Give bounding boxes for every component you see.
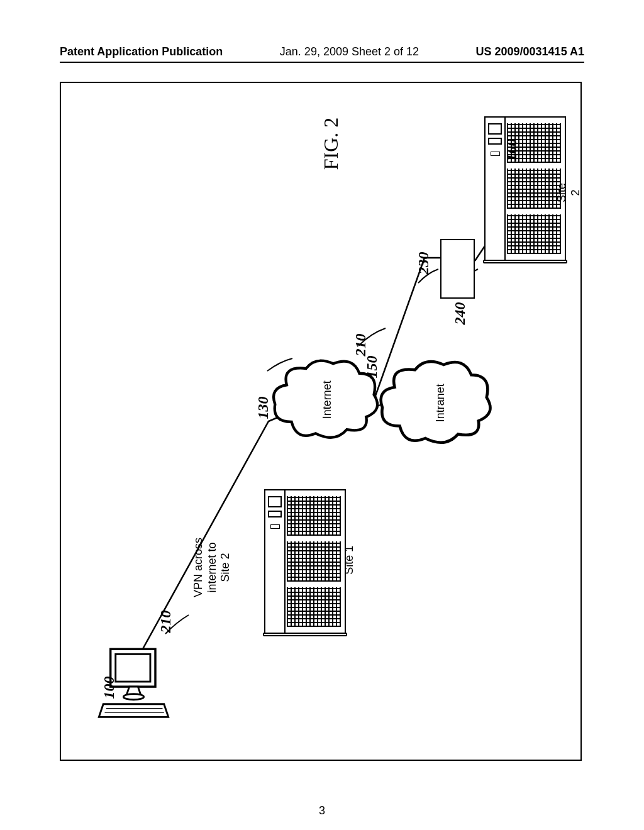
figure-title: FIG. 2	[319, 118, 343, 170]
site1-label: Site 1	[343, 546, 357, 575]
ref-150: 150	[364, 356, 380, 379]
ref-100: 100	[101, 677, 118, 699]
diagram-canvas: FIG. 2 100 VPN across internet t	[60, 82, 582, 761]
page-number: 3	[319, 804, 325, 817]
router-icon	[440, 239, 475, 299]
ref-230: 230	[415, 252, 432, 275]
ref-160: 160	[503, 139, 520, 162]
intranet-label: Intranet	[434, 384, 448, 422]
site1-server-icon	[264, 489, 346, 634]
header-pub-number: US 2009/0031415 A1	[476, 45, 584, 58]
header-publication: Patent Application Publication	[60, 45, 223, 58]
svg-rect-1	[116, 654, 150, 682]
header-date-sheet: Jan. 29, 2009 Sheet 2 of 12	[280, 45, 419, 58]
site2-label: Site 2	[555, 180, 582, 206]
vpn-label: VPN across internet to Site 2	[192, 538, 233, 597]
svg-point-2	[123, 694, 143, 700]
site2-server-icon	[484, 116, 566, 261]
ref-130: 130	[255, 397, 272, 419]
ref-210-left: 210	[157, 611, 174, 633]
ref-210-right: 210	[352, 334, 369, 357]
ref-240: 240	[452, 302, 469, 325]
internet-label: Internet	[321, 380, 335, 419]
page-header: Patent Application Publication Jan. 29, …	[60, 45, 584, 63]
